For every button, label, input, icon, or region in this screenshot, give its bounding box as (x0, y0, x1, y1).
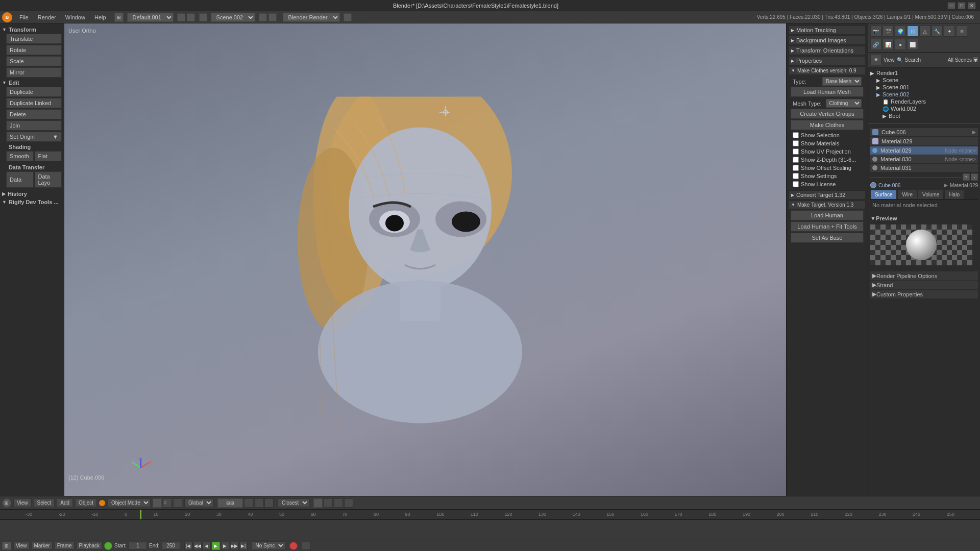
section-transform[interactable]: ▼ Transform (2, 26, 62, 34)
make-clothes-header[interactable]: ▼ Make Clothes version: 0.9 (789, 66, 866, 75)
renderer-select[interactable]: Blender Render (283, 13, 340, 22)
load-human-button[interactable]: Load Human (791, 210, 864, 220)
tl-marker-btn[interactable]: Marker (32, 542, 53, 549)
menu-file[interactable]: File (15, 13, 33, 21)
custom-properties-row[interactable]: ▶ Custom Properties (870, 290, 978, 298)
show-uv-checkbox[interactable] (793, 148, 799, 155)
menu-render[interactable]: Render (34, 13, 60, 21)
data-layers-button[interactable]: Data Layo (35, 171, 62, 188)
menu-help[interactable]: Help (90, 13, 110, 21)
data-button[interactable]: Data (6, 171, 34, 188)
prop-icon-modifier[interactable]: 🔧 (932, 26, 943, 37)
next-frame-btn[interactable]: ▶▶ (230, 542, 238, 550)
make-clothes-button[interactable]: Make Clothes (791, 120, 864, 130)
tl-type-icon[interactable]: ⊞ (2, 542, 11, 550)
extra-btn2[interactable] (324, 498, 333, 508)
prop-icon-particles[interactable]: ✦ (944, 26, 955, 37)
select-button[interactable]: Select (34, 498, 55, 507)
tree-scene[interactable]: ▶ Scene (876, 77, 978, 84)
material-item-2[interactable]: Material.031 (870, 164, 978, 172)
tree-scene001[interactable]: ▶ Scene.001 (876, 84, 978, 91)
view-button[interactable]: View (13, 498, 32, 507)
lock-btn[interactable] (254, 498, 263, 508)
section-rigify[interactable]: ▼ Rigify Dev Tools ... (2, 198, 62, 206)
object-mode-select[interactable]: Object Mode (107, 498, 151, 507)
mirror-button[interactable]: Mirror (6, 67, 62, 78)
icon-layout1[interactable] (177, 13, 185, 21)
material-remove-btn[interactable]: - (971, 173, 978, 181)
transform-orientations-header[interactable]: ▶ Transform Orientations (789, 46, 866, 55)
extra-btn4[interactable] (344, 498, 353, 508)
next-key-btn[interactable]: ▶ (221, 542, 229, 550)
play-btn[interactable]: ▶ (212, 542, 220, 550)
make-target-header[interactable]: ▼ Make Target. Version 1.3 (789, 201, 866, 209)
closest-select[interactable]: Closest (278, 498, 309, 507)
section-shading[interactable]: ▼ Shading (2, 143, 62, 151)
object-button[interactable]: Object (75, 498, 97, 507)
tl-playback-btn[interactable]: Playback (77, 542, 103, 549)
tree-boot[interactable]: ▶ Boot (883, 112, 978, 119)
eye-btn[interactable] (264, 498, 274, 508)
translate-button[interactable]: Translate (6, 34, 62, 44)
material-item-1[interactable]: Material.030 Node <none> (870, 155, 978, 163)
show-offset-checkbox[interactable] (793, 165, 799, 171)
scale-button[interactable]: Scale (6, 56, 62, 66)
render-pipeline-row[interactable]: ▶ Render Pipeline Options (870, 271, 978, 280)
solid-shading-btn[interactable] (153, 498, 162, 508)
viewport-type-icon[interactable]: ⊞ (2, 498, 11, 508)
prop-icon-mesh[interactable]: △ (919, 26, 930, 37)
icon-layout2[interactable] (187, 13, 195, 21)
tl-extra-btn[interactable] (302, 542, 311, 550)
duplicate-button[interactable]: Duplicate (6, 87, 62, 97)
close-button[interactable]: ✕ (968, 2, 976, 9)
viewport-3d[interactable]: User Ortho X Y Z (12) Cube.006 (64, 23, 786, 496)
properties-header[interactable]: ▶ Properties (789, 56, 866, 65)
prop-icon-render[interactable]: 📷 (870, 26, 881, 37)
play-start-btn[interactable]: |◀ (184, 542, 192, 550)
sync-select[interactable]: No Sync (252, 541, 285, 550)
icon-render-mode[interactable]: ⊞ (114, 13, 124, 22)
prop-icon-world[interactable]: 🌍 (895, 26, 906, 37)
load-human-fit-button[interactable]: Load Human + Fit Tools (791, 221, 864, 232)
prop-icon-constraint[interactable]: 🔗 (870, 39, 881, 50)
tree-world002[interactable]: 🌐 World.002 (883, 105, 978, 112)
section-history[interactable]: ▶ History (2, 190, 62, 198)
show-selection-checkbox[interactable] (793, 132, 799, 138)
motion-tracking-header[interactable]: ▶ Motion Tracking (789, 26, 866, 35)
prev-key-btn[interactable]: ◀ (203, 542, 211, 550)
start-input[interactable] (129, 542, 147, 549)
minimize-button[interactable]: ─ (947, 2, 955, 9)
icon-render[interactable] (344, 13, 352, 21)
play-icon[interactable] (104, 542, 112, 550)
menu-window[interactable]: Window (61, 13, 89, 21)
create-vertex-groups-button[interactable]: Create Vertex Groups (791, 109, 864, 119)
texture-shading-btn[interactable] (173, 498, 182, 508)
show-zdepth-checkbox[interactable] (793, 157, 799, 163)
section-edit[interactable]: ▼ Edit (2, 79, 62, 87)
scene-select[interactable]: Scene.002 (211, 13, 255, 22)
join-button[interactable]: Join (6, 120, 62, 131)
flat-button[interactable]: Flat (35, 151, 62, 161)
tl-frame-btn[interactable]: Frame (55, 542, 75, 549)
prop-icon-scene[interactable]: 🎬 (883, 26, 894, 37)
tab-volume[interactable]: Volume (918, 190, 944, 199)
show-settings-checkbox[interactable] (793, 173, 799, 179)
tree-render-layers[interactable]: 📋 RenderLayers (883, 98, 978, 105)
background-images-header[interactable]: ▶ Background Images (789, 36, 866, 45)
icon-scene[interactable] (199, 13, 207, 21)
duplicate-linked-button[interactable]: Duplicate Linked (6, 98, 62, 108)
add-button[interactable]: Add (57, 498, 73, 507)
convert-target-header[interactable]: ▶ Convert Target 1.32 (789, 190, 866, 199)
play-end-btn[interactable]: ▶| (239, 542, 248, 550)
prop-icon-material[interactable]: ● (895, 39, 906, 50)
timeline-ruler[interactable]: -30-20-100 10203040 50607080 90100110120… (0, 510, 980, 520)
tree-scene002[interactable]: ▶ Scene.002 (876, 91, 978, 98)
tab-surface[interactable]: Surface (870, 190, 897, 199)
tab-wire[interactable]: Wire (897, 190, 917, 199)
icon-scene2[interactable] (259, 13, 267, 21)
global-select[interactable]: Global (184, 498, 213, 507)
wire-shading-btn[interactable]: ○ (163, 498, 172, 508)
extra-btn1[interactable] (313, 498, 323, 508)
cam-btn[interactable] (244, 498, 253, 508)
view-button[interactable]: 👁 (870, 54, 881, 65)
